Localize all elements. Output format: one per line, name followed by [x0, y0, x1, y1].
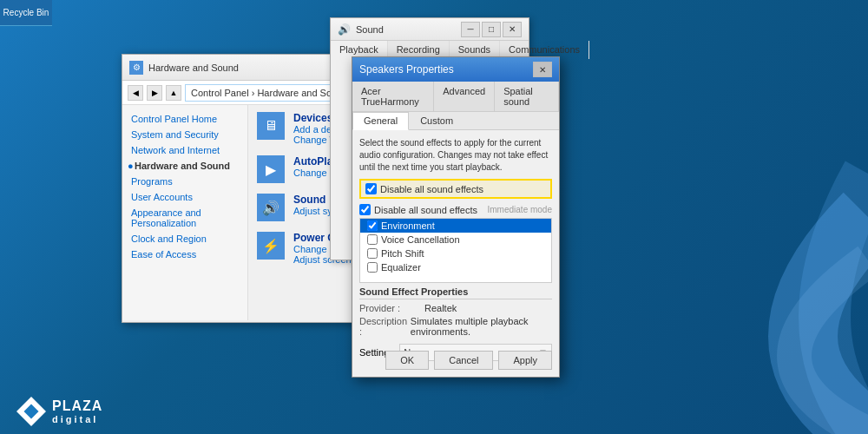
desc-value: Simulates multiple playback environments… — [411, 316, 552, 337]
back-button[interactable]: ◀ — [128, 85, 143, 101]
subtab-general[interactable]: General — [352, 112, 409, 130]
description-row: Description : Simulates multiple playbac… — [359, 316, 552, 337]
recycle-bin-label: Recycle Bin — [3, 8, 49, 17]
speakers-titlebar: Speakers Properties ✕ — [352, 57, 559, 82]
plaza-line2: digital — [52, 414, 102, 425]
effect-item-environment[interactable]: Environment — [360, 219, 551, 233]
effect-equalizer-label: Equalizer — [381, 262, 421, 273]
effect-pitch-checkbox[interactable] — [367, 248, 378, 259]
tab-spatial-sound[interactable]: Spatial sound — [495, 82, 559, 111]
sidebar-item-programs[interactable]: Programs — [128, 174, 242, 188]
speakers-tabs: Acer TrueHarmony Advanced Spatial sound — [352, 82, 559, 112]
effect-environment-checkbox[interactable] — [367, 220, 378, 231]
immediate-mode-label: Immediate mode — [488, 205, 552, 214]
dialog-buttons: OK Cancel Apply — [385, 351, 552, 370]
effect-environment-label: Environment — [381, 220, 435, 231]
sidebar-item-control-panel-home[interactable]: Control Panel Home — [128, 112, 242, 126]
speakers-dialog: Speakers Properties ✕ Acer TrueHarmony A… — [352, 56, 560, 378]
apply-button[interactable]: Apply — [498, 351, 552, 370]
sidebar-item-user-accounts[interactable]: User Accounts — [128, 190, 242, 204]
speakers-win-controls: ✕ — [533, 62, 552, 77]
recycle-bin: Recycle Bin — [0, 0, 52, 26]
effect-item-equalizer[interactable]: Equalizer — [360, 260, 551, 274]
provider-row: Provider : Realtek — [359, 303, 552, 313]
sound-title-text: Sound — [356, 24, 456, 35]
autoplay-icon: ▶ — [257, 155, 285, 183]
speakers-subtabs: General Custom — [352, 112, 559, 130]
tab-acer-trueharmony[interactable]: Acer TrueHarmony — [352, 82, 434, 111]
sound-effect-props-title: Sound Effect Properties — [359, 286, 552, 299]
sidebar-item-system-security[interactable]: System and Security — [128, 128, 242, 141]
effects-list-container: Environment Voice Cancellation Pitch Shi… — [359, 218, 552, 283]
sound-close-btn[interactable]: ✕ — [503, 22, 522, 37]
sound-effect-props: Sound Effect Properties Provider : Realt… — [359, 286, 552, 337]
speakers-description: Select the sound effects to apply for th… — [359, 137, 552, 174]
desc-label: Description : — [359, 316, 411, 337]
effects-disable-checkbox[interactable] — [359, 204, 371, 215]
provider-value: Realtek — [424, 303, 457, 313]
hw-title-icon: ⚙ — [129, 61, 143, 75]
effect-item-pitch-shift[interactable]: Pitch Shift — [360, 247, 551, 260]
disable-all-highlight: Disable all sound effects — [359, 179, 552, 199]
speakers-body: Select the sound effects to apply for th… — [352, 130, 559, 368]
desktop: Recycle Bin ⚙ Hardware and Sound ─ □ ✕ ◀… — [0, 0, 868, 434]
address-text: Control Panel › Hardware and Sound — [191, 88, 347, 98]
sound-title-icon: 🔊 — [338, 23, 351, 36]
sound-icon: 🔊 — [257, 194, 285, 221]
up-button[interactable]: ▲ — [166, 85, 181, 101]
tab-advanced[interactable]: Advanced — [434, 82, 495, 111]
sidebar-item-ease-access[interactable]: Ease of Access — [128, 247, 242, 261]
effect-voice-checkbox[interactable] — [367, 234, 378, 245]
speakers-title-text: Speakers Properties — [359, 63, 528, 76]
sidebar-item-network-internet[interactable]: Network and Internet — [128, 143, 242, 157]
effect-item-voice-cancellation[interactable]: Voice Cancellation — [360, 233, 551, 247]
sidebar-item-hardware-sound[interactable]: Hardware and Sound — [128, 159, 242, 173]
ok-button[interactable]: OK — [385, 351, 429, 370]
hw-sidebar: Control Panel Home System and Security N… — [122, 105, 248, 320]
subtab-custom[interactable]: Custom — [409, 112, 464, 129]
effect-equalizer-checkbox[interactable] — [367, 262, 378, 273]
background-decoration — [564, 87, 868, 434]
effects-list[interactable]: Environment Voice Cancellation Pitch Shi… — [359, 218, 552, 283]
provider-label: Provider : — [359, 303, 424, 313]
plaza-line1: PLAZA — [52, 398, 102, 414]
effects-disable-label: Disable all sound effects — [374, 205, 477, 215]
devices-icon: 🖥 — [257, 112, 285, 140]
sound-titlebar: 🔊 Sound ─ □ ✕ — [331, 18, 529, 41]
disable-all-label: Disable all sound effects — [380, 184, 483, 194]
forward-button[interactable]: ▶ — [147, 85, 162, 101]
sound-win-controls: ─ □ ✕ — [461, 22, 522, 37]
speakers-close-btn[interactable]: ✕ — [533, 62, 552, 77]
effects-checkbox-row: Disable all sound effects — [359, 204, 477, 215]
sound-maximize-btn[interactable]: □ — [482, 22, 501, 37]
sidebar-item-clock-region[interactable]: Clock and Region — [128, 232, 242, 246]
plaza-logo: PLAZA digital — [17, 398, 102, 425]
sound-minimize-btn[interactable]: ─ — [461, 22, 480, 37]
power-icon: ⚡ — [257, 232, 285, 260]
disable-all-checkbox[interactable] — [365, 183, 377, 194]
effect-pitch-label: Pitch Shift — [381, 248, 424, 259]
plaza-text: PLAZA digital — [52, 398, 102, 425]
cancel-button[interactable]: Cancel — [434, 351, 493, 370]
sidebar-item-appearance[interactable]: Appearance and Personalization — [128, 206, 242, 230]
effect-voice-label: Voice Cancellation — [381, 234, 460, 245]
